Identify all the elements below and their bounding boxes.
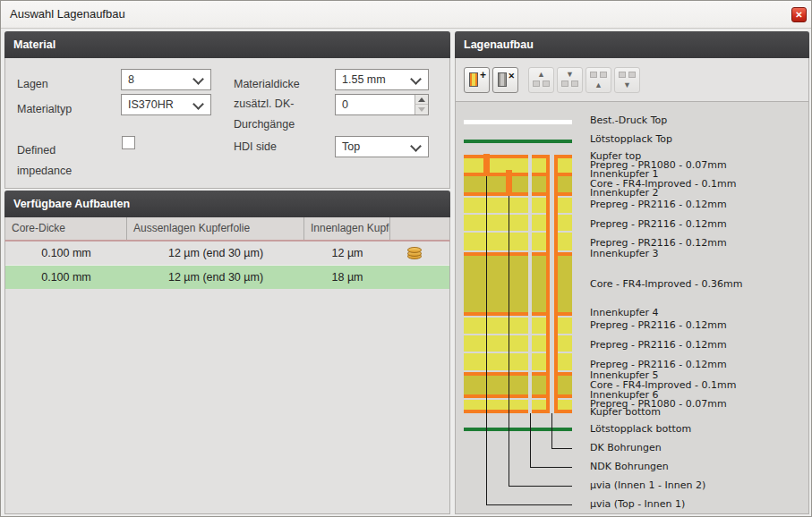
material-section-header: Material [4, 31, 450, 58]
layer-square-icon [543, 81, 550, 87]
stack-label: Lötstopplack Top [590, 134, 809, 145]
delete-layer-button[interactable]: ✕ [492, 67, 518, 93]
arrow-up-icon: ▲ [594, 81, 603, 89]
dk-durchgaenge-label-line2: Durchgänge [234, 118, 295, 131]
stack-label: Innenkupfer 4 [590, 308, 809, 318]
lagenaufbau-section-header: Lagenaufbau [455, 31, 809, 58]
aufbauten-section-header: Verfügbare Aufbauten [4, 191, 450, 217]
microvia-innen1-innen2 [506, 170, 512, 196]
column-header-innenlagen[interactable]: Innenlagen Kupfer [304, 217, 390, 240]
callout-line [486, 504, 572, 505]
arrow-down-icon [418, 107, 425, 112]
stack-label: Lötstopplack bottom [590, 424, 809, 435]
hdi-side-value: Top [342, 137, 360, 157]
column-header-extra[interactable] [390, 217, 449, 240]
materialdicke-value: 1.55 mm [342, 70, 386, 89]
microvia-top-innen1 [483, 154, 490, 176]
stack-label: DK Bohrungen [590, 443, 809, 453]
stack-label: NDK Bohrungen [590, 462, 809, 472]
callout-line [509, 196, 509, 487]
material-header-label: Material [13, 38, 56, 51]
move-layer-down-button[interactable]: ▼ [557, 67, 583, 93]
defined-impedance-checkbox[interactable] [122, 136, 135, 149]
callout-line [509, 486, 572, 487]
table-row-selected[interactable]: 0.100 mm 12 µm (end 30 µm) 18 µm [5, 266, 449, 289]
cell-core-dicke: 0.100 mm [5, 242, 127, 265]
x-icon: ✕ [508, 72, 515, 81]
stack-label: Innenkupfer 3 [590, 249, 809, 259]
callout-line [551, 448, 572, 449]
aufbauten-header-label: Verfügbare Aufbauten [13, 198, 130, 210]
titlebar: Auswahl Lagenaufbau ✕ [1, 1, 811, 29]
close-button[interactable]: ✕ [791, 7, 807, 22]
defined-impedance-label-line2: impedance [17, 165, 72, 177]
lagen-select[interactable]: 8 [121, 69, 211, 90]
delete-layer-icon [498, 72, 507, 87]
table-header-row: Core-Dicke Aussenlagen Kupferfolie Innen… [4, 217, 450, 242]
stack-label: Prepreg - PR2116 - 0.12mm [590, 320, 809, 331]
stack-label: Prepreg - PR2116 - 0.12mm [590, 199, 809, 210]
lagenaufbau-header-label: Lagenaufbau [464, 38, 534, 51]
move-bottom-up-button[interactable]: ▲ [585, 67, 611, 93]
column-header-aussenlagen[interactable]: Aussenlagen Kupferfolie [127, 217, 304, 240]
materialtyp-select[interactable]: IS370HR [121, 94, 211, 115]
dk-hole-wall-right [554, 155, 558, 413]
spinner-down-button[interactable] [415, 105, 428, 114]
dialog-auswahl-lagenaufbau: Auswahl Lagenaufbau ✕ Material Lagen 8 M… [0, 0, 812, 517]
materialdicke-label: Materialdicke [234, 78, 300, 90]
layer-square-icon [619, 72, 626, 78]
callout-line [486, 176, 487, 505]
chevron-down-icon [410, 140, 422, 152]
cell-core-dicke: 0.100 mm [5, 266, 127, 289]
chevron-down-icon [192, 73, 204, 85]
layer-silkscreen-top [464, 120, 572, 124]
materialtyp-value: IS370HR [128, 95, 174, 114]
arrow-up-icon [418, 97, 425, 102]
arrow-up-icon: ▲ [537, 71, 545, 79]
layer-square-icon [590, 72, 597, 78]
chevron-down-icon [410, 73, 422, 85]
callout-line [551, 413, 552, 449]
ndk-hole [528, 155, 532, 413]
chevron-down-icon [192, 98, 204, 110]
stack-label: µvia (Top - Innen 1) [590, 499, 809, 510]
move-layer-up-button[interactable]: ▲ [528, 67, 554, 93]
move-bottom-down-button[interactable]: ▼ [614, 67, 640, 93]
cell-aussenlagen: 12 µm (end 30 µm) [127, 242, 304, 265]
stack-label: Kupfer bottom [590, 407, 809, 418]
layer-soldermask-bottom [464, 428, 572, 431]
column-header-core-dicke[interactable]: Core-Dicke [5, 217, 127, 240]
stack-label: Core - FR4-Improved - 0.36mm [590, 279, 809, 290]
defined-impedance-label-line1: Defined [17, 144, 56, 157]
coin-stack-icon [407, 247, 422, 259]
cell-innenlagen: 12 µm [304, 242, 390, 265]
arrow-down-icon: ▼ [566, 71, 574, 79]
materialtyp-label: Materialtyp [17, 103, 72, 115]
table-row[interactable]: 0.100 mm 12 µm (end 30 µm) 12 µm [5, 242, 449, 266]
stack-label: µvia (Innen 1 - Innen 2) [590, 480, 809, 491]
layer-square-icon [561, 81, 568, 87]
plus-icon: + [480, 69, 486, 81]
hdi-side-label: HDI side [234, 140, 277, 153]
layer-square-icon [571, 81, 578, 87]
dk-durchgaenge-value: 0 [342, 95, 348, 114]
add-layer-button[interactable]: + [464, 67, 490, 93]
close-icon: ✕ [795, 10, 802, 20]
layer-square-icon [600, 72, 607, 78]
dialog-title: Auswahl Lagenaufbau [10, 1, 125, 28]
callout-line [530, 413, 531, 468]
stack-label: Innenkupfer 2 [590, 188, 809, 199]
dk-durchgaenge-label-line1: zusätzl. DK- [234, 97, 294, 110]
materialdicke-select[interactable]: 1.55 mm [335, 69, 429, 90]
cell-innenlagen: 18 µm [304, 266, 390, 289]
layer-square-icon [628, 72, 636, 78]
arrow-down-icon: ▼ [623, 81, 631, 89]
lagen-value: 8 [128, 70, 134, 89]
hdi-side-select[interactable]: Top [335, 136, 429, 157]
callout-line [530, 467, 572, 468]
layer-square-icon [533, 81, 540, 87]
spinner-up-button[interactable] [415, 95, 428, 105]
aufbauten-table: 0.100 mm 12 µm (end 30 µm) 12 µm 0.100 m… [4, 242, 450, 514]
stack-label: Best.-Druck Top [590, 115, 809, 126]
dk-durchgaenge-spinner[interactable]: 0 [335, 94, 429, 115]
